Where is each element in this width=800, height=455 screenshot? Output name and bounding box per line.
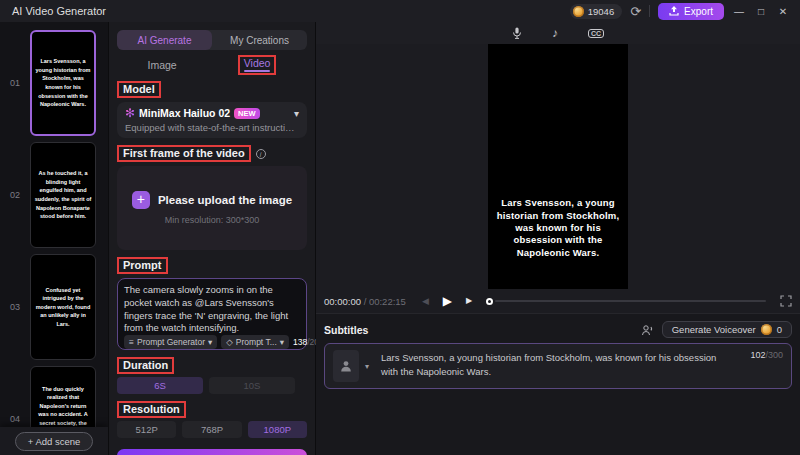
- model-selector[interactable]: ✻ MiniMax Hailuo 02 NEW ▾ Equipped with …: [117, 102, 307, 138]
- scene-thumbnail[interactable]: As he touched it, a blinding light engul…: [30, 142, 96, 248]
- subtitle-row[interactable]: ▾ Lars Svensson, a young historian from …: [324, 343, 792, 389]
- mode-tabs: AI Generate My Creations: [117, 30, 307, 50]
- duration-options: 6S 10S: [117, 377, 307, 394]
- export-icon: [669, 6, 679, 16]
- resolution-label-row: Resolution: [117, 401, 307, 418]
- scene-caption: Lars Svensson, a young historian from St…: [35, 57, 91, 108]
- previous-frame-icon[interactable]: ◀: [422, 297, 429, 306]
- subtab-underline: [244, 70, 271, 72]
- duration-option-10s[interactable]: 10S: [209, 377, 295, 394]
- voiceover-person-icon[interactable]: [641, 324, 654, 336]
- subtab-video[interactable]: Video: [238, 55, 277, 75]
- scene-item-01[interactable]: 01 Lars Svensson, a young historian from…: [0, 30, 108, 136]
- titlebar-divider: [649, 5, 650, 17]
- scene-caption: Confused yet intrigued by the modern wor…: [34, 286, 92, 329]
- first-frame-label: First frame of the video: [123, 147, 245, 159]
- fullscreen-icon[interactable]: [780, 295, 792, 307]
- scene-item-02[interactable]: 02 As he touched it, a blinding light en…: [0, 142, 108, 248]
- app-title: AI Video Generator: [12, 5, 106, 17]
- resolution-options: 512P 768P 1080P: [117, 421, 307, 438]
- prompt-generator-button[interactable]: ≡ Prompt Generator ▾: [124, 335, 217, 349]
- scene-thumbnail[interactable]: Confused yet intrigued by the modern wor…: [30, 254, 96, 360]
- prompt-input[interactable]: The camera slowly zooms in on the pocket…: [124, 284, 300, 335]
- media-toolbar: ♪ CC: [316, 22, 800, 44]
- tab-my-creations[interactable]: My Creations: [212, 30, 307, 50]
- seek-track[interactable]: [495, 300, 766, 302]
- annotation-box-model: Model: [117, 81, 161, 98]
- microphone-icon[interactable]: [512, 27, 522, 39]
- play-icon[interactable]: ▶: [443, 295, 452, 307]
- scene-number: 04: [0, 414, 30, 424]
- generate-voiceover-label: Generate Voiceover: [672, 324, 756, 335]
- add-scene-button[interactable]: + Add scene: [15, 432, 94, 451]
- annotation-box-video: Video: [238, 55, 277, 75]
- duration-label-row: Duration: [117, 357, 307, 374]
- chevron-down-icon[interactable]: ▾: [294, 108, 299, 119]
- subtitle-counter: 102/300: [750, 350, 783, 360]
- resolution-option-512p[interactable]: 512P: [117, 421, 176, 438]
- duration-option-6s[interactable]: 6S: [117, 377, 203, 394]
- scene-number: 03: [0, 302, 30, 312]
- video-preview-area: Lars Svensson, a young historian from St…: [316, 44, 800, 289]
- maximize-icon[interactable]: □: [754, 6, 768, 17]
- char-count: 138: [293, 337, 307, 347]
- prompt-label-row: Prompt: [117, 257, 307, 274]
- upload-row: + Please upload the image: [132, 191, 292, 209]
- coin-icon: [573, 6, 584, 17]
- info-icon[interactable]: i: [256, 149, 266, 159]
- model-description: Equipped with state-of-the-art instructi…: [125, 122, 299, 133]
- prompt-generator-label: Prompt Generator: [137, 337, 205, 347]
- refresh-icon[interactable]: ⟳: [630, 5, 641, 18]
- next-frame-icon[interactable]: ▶: [466, 297, 472, 305]
- playback-controls: 00:00:00 / 00:22:15 ◀ ▶ ▶: [316, 289, 800, 313]
- scene-item-03[interactable]: 03 Confused yet intrigued by the modern …: [0, 254, 108, 360]
- close-icon[interactable]: ✕: [776, 6, 790, 17]
- video-canvas[interactable]: Lars Svensson, a young historian from St…: [488, 44, 628, 289]
- music-icon[interactable]: ♪: [552, 27, 558, 39]
- total-time: / 00:22:15: [364, 296, 406, 307]
- subtitle-text[interactable]: Lars Svensson, a young historian from St…: [381, 351, 734, 379]
- preview-panel: ♪ CC Lars Svensson, a young historian fr…: [316, 22, 800, 455]
- cc-chip: CC: [588, 29, 604, 38]
- credits-badge[interactable]: 19046: [570, 4, 622, 19]
- annotation-box-prompt: Prompt: [117, 257, 168, 274]
- titlebar: AI Video Generator 19046 ⟳ Export — □ ✕: [0, 0, 800, 22]
- avatar[interactable]: [333, 350, 359, 382]
- prompt-template-button[interactable]: ◇ Prompt T... ▾: [221, 335, 289, 349]
- minimize-icon[interactable]: —: [732, 6, 746, 17]
- resolution-option-1080p[interactable]: 1080P: [248, 421, 307, 438]
- prompt-generator-icon: ≡: [129, 337, 134, 347]
- captions-icon[interactable]: CC: [588, 29, 604, 38]
- prompt-template-icon: ◇: [226, 337, 233, 347]
- tab-ai-generate[interactable]: AI Generate: [117, 30, 212, 50]
- export-button[interactable]: Export: [658, 3, 724, 20]
- subtitle-count: 102: [750, 350, 765, 360]
- model-row: ✻ MiniMax Hailuo 02 NEW ▾: [125, 107, 299, 119]
- resolution-option-768p[interactable]: 768P: [182, 421, 241, 438]
- duration-label: Duration: [123, 359, 168, 371]
- video-caption: Lars Svensson, a young historian from St…: [494, 197, 622, 259]
- subtitles-actions: Generate Voiceover 0: [641, 321, 792, 338]
- subtab-image[interactable]: Image: [148, 59, 177, 71]
- main-layout: 01 Lars Svensson, a young historian from…: [0, 22, 800, 455]
- scene-thumbnail[interactable]: Lars Svensson, a young historian from St…: [30, 30, 96, 136]
- first-frame-label-row: First frame of the video i: [117, 145, 307, 162]
- upload-text: Please upload the image: [158, 194, 292, 206]
- scene-list: 01 Lars Svensson, a young historian from…: [0, 22, 108, 455]
- chevron-down-icon[interactable]: ▾: [365, 362, 369, 371]
- seek-bar[interactable]: [486, 298, 766, 305]
- sidebar-footer: + Add scene: [0, 427, 108, 455]
- ai-generate-button[interactable]: AI Generate 300: [117, 449, 307, 455]
- app-window: AI Video Generator 19046 ⟳ Export — □ ✕: [0, 0, 800, 455]
- model-label: Model: [123, 83, 155, 95]
- annotation-box-first-frame: First frame of the video: [117, 145, 251, 162]
- seek-handle[interactable]: [486, 298, 493, 305]
- prompt-template-label: Prompt T...: [236, 337, 277, 347]
- image-upload-dropzone[interactable]: + Please upload the image Min resolution…: [117, 166, 307, 250]
- scene-number: 01: [0, 78, 30, 88]
- plus-icon: +: [132, 191, 150, 209]
- current-time: 00:00:00: [324, 296, 361, 307]
- credits-value: 19046: [588, 6, 614, 17]
- generate-voiceover-button[interactable]: Generate Voiceover 0: [662, 321, 792, 338]
- time-display: 00:00:00 / 00:22:15: [324, 296, 406, 307]
